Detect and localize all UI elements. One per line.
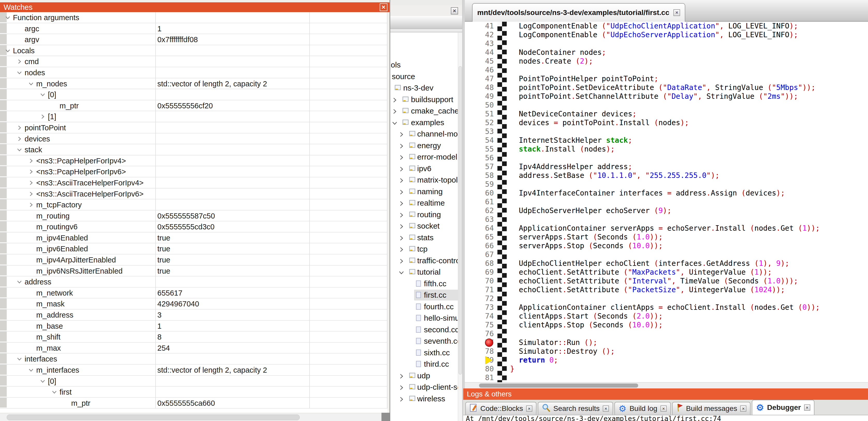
line-number[interactable]: 47 [465, 74, 494, 83]
tree-item-examples[interactable]: examples [390, 117, 458, 129]
watch-row[interactable]: [1] [0, 111, 388, 122]
chevron-down-icon[interactable] [16, 147, 23, 154]
tree-item-wireless[interactable]: wireless [390, 393, 458, 405]
line-number[interactable]: 73 [465, 303, 494, 312]
tab-close-icon[interactable]: ✕ [660, 406, 666, 412]
tree-item-socket[interactable]: socket [390, 221, 458, 232]
chevron-right-icon[interactable] [398, 177, 405, 185]
chevron-right-icon[interactable] [28, 169, 34, 176]
logs-tab-search-results[interactable]: Search results✕ [538, 402, 613, 415]
tree-item-sixth-cc[interactable]: sixth.cc [390, 347, 458, 359]
watch-row[interactable]: m_ipv6Enabledtrue [0, 244, 388, 255]
watch-row[interactable]: m_ipv4ArpJitterEnabledtrue [0, 255, 388, 266]
line-number[interactable]: 70 [465, 277, 494, 286]
watch-row[interactable]: cmd [0, 56, 388, 67]
line-number[interactable]: 60 [465, 189, 494, 198]
line-number[interactable]: 67 [465, 250, 494, 259]
line-number[interactable]: 61 [465, 198, 494, 206]
chevron-right-icon[interactable] [398, 143, 405, 151]
line-number[interactable]: 41 [465, 22, 494, 31]
watch-row[interactable]: Function arguments [0, 12, 388, 23]
line-number[interactable]: 64 [465, 224, 494, 233]
line-number[interactable]: 62 [465, 206, 494, 215]
watch-row[interactable]: Locals [0, 45, 388, 56]
line-number[interactable]: 50 [465, 101, 494, 110]
watch-row[interactable]: m_ipv4Enabledtrue [0, 232, 388, 244]
watches-titlebar[interactable]: Watches ✕ [0, 2, 390, 12]
watch-row[interactable]: m_routing0x555555587c50 [0, 210, 388, 222]
editor-hscrollbar[interactable] [465, 382, 868, 389]
chevron-down-icon[interactable] [28, 81, 34, 88]
line-number[interactable]: 57 [465, 162, 494, 171]
watch-row[interactable]: <ns3::AsciiTraceHelperForIpv4> [0, 177, 388, 189]
tree-item-naming[interactable]: naming [390, 186, 458, 198]
watches-resize-corner[interactable] [381, 413, 390, 421]
tree-item-source[interactable]: source [390, 71, 458, 83]
chevron-right-icon[interactable] [398, 246, 405, 254]
tree-item-realtime[interactable]: realtime [390, 198, 458, 209]
watch-row[interactable]: <ns3::PcapHelperForIpv4> [0, 155, 388, 166]
chevron-down-icon[interactable] [5, 47, 11, 55]
watch-row[interactable]: m_ptr0x55555556cf20 [0, 100, 388, 111]
chevron-right-icon[interactable] [28, 158, 34, 165]
line-number[interactable]: 80 [465, 365, 494, 374]
watch-row[interactable]: m_address3 [0, 310, 388, 321]
watch-row[interactable]: m_ipv6NsRsJitterEnabledtrue [0, 266, 388, 277]
watch-row[interactable]: m_routingv60x5555555cd3c0 [0, 221, 388, 232]
chevron-right-icon[interactable] [16, 136, 23, 143]
line-number[interactable]: 59 [465, 180, 494, 189]
tree-item-tcp[interactable]: tcp [390, 244, 458, 255]
logs-tab-build-messages[interactable]: Build messages✕ [672, 402, 751, 415]
watch-row[interactable]: pointToPoint [0, 122, 388, 133]
tab-close-icon[interactable]: ✕ [740, 406, 746, 412]
watches-hscrollbar-thumb[interactable] [7, 415, 300, 420]
tree-item-fourth-cc[interactable]: fourth.cc [390, 301, 458, 313]
breakpoint-icon[interactable] [485, 338, 493, 347]
editor-tab-close-icon[interactable]: ✕ [673, 9, 680, 16]
projects-panel-close-icon[interactable]: ✕ [451, 7, 458, 14]
watches-hscrollbar[interactable] [0, 413, 390, 421]
chevron-down-icon[interactable] [398, 269, 405, 277]
watch-row[interactable]: m_mask4294967040 [0, 298, 388, 310]
watch-row[interactable]: <ns3::AsciiTraceHelperForIpv6> [0, 189, 388, 200]
chevron-down-icon[interactable] [16, 356, 23, 363]
watch-row[interactable]: [0] [0, 89, 388, 100]
chevron-right-icon[interactable] [16, 59, 23, 66]
tree-item-routing[interactable]: routing [390, 209, 458, 221]
tree-item-energy[interactable]: energy [390, 140, 458, 152]
watches-close-icon[interactable]: ✕ [380, 3, 388, 11]
watch-row[interactable]: m_max254 [0, 343, 388, 354]
chevron-right-icon[interactable] [391, 108, 398, 116]
watch-row[interactable]: interfaces [0, 354, 388, 365]
chevron-down-icon[interactable] [16, 279, 23, 286]
tree-item-seventh-cc[interactable]: seventh.cc [390, 336, 458, 347]
logs-titlebar[interactable]: Logs & others [463, 388, 868, 400]
tree-item-buildsupport[interactable]: buildsupport [390, 94, 458, 106]
chevron-down-icon[interactable] [16, 70, 23, 77]
watch-row[interactable]: <ns3::PcapHelperForIpv6> [0, 166, 388, 177]
chevron-right-icon[interactable] [16, 125, 23, 132]
tree-item-third-cc[interactable]: third.cc [390, 359, 458, 370]
chevron-down-icon[interactable] [40, 92, 46, 99]
watch-row[interactable]: address [0, 277, 388, 288]
chevron-down-icon[interactable] [5, 14, 11, 22]
watch-row[interactable]: m_base1 [0, 321, 388, 332]
tree-item-error-model[interactable]: error-model [390, 152, 458, 163]
chevron-right-icon[interactable] [40, 114, 46, 121]
file-tree[interactable]: olssourcens-3-devbuildsupportcmake_cache… [390, 33, 462, 421]
line-number[interactable]: 58 [465, 171, 494, 180]
chevron-right-icon[interactable] [398, 200, 405, 208]
chevron-right-icon[interactable] [398, 258, 405, 266]
line-number[interactable]: 72 [465, 294, 494, 303]
chevron-down-icon[interactable] [391, 120, 398, 128]
tree-item-ns-3-dev[interactable]: ns-3-dev [390, 83, 458, 94]
watch-row[interactable]: devices [0, 133, 388, 144]
line-number[interactable]: 76 [465, 329, 494, 338]
line-number[interactable]: 68 [465, 259, 494, 268]
logs-tab-debugger[interactable]: ⚙Debugger✕ [752, 400, 814, 415]
tree-item-ols[interactable]: ols [390, 60, 458, 71]
line-number[interactable]: 69 [465, 268, 494, 277]
tree-item-channel-mod[interactable]: channel-mod [390, 129, 458, 140]
line-number[interactable]: 54 [465, 136, 494, 145]
chevron-right-icon[interactable] [398, 223, 405, 231]
